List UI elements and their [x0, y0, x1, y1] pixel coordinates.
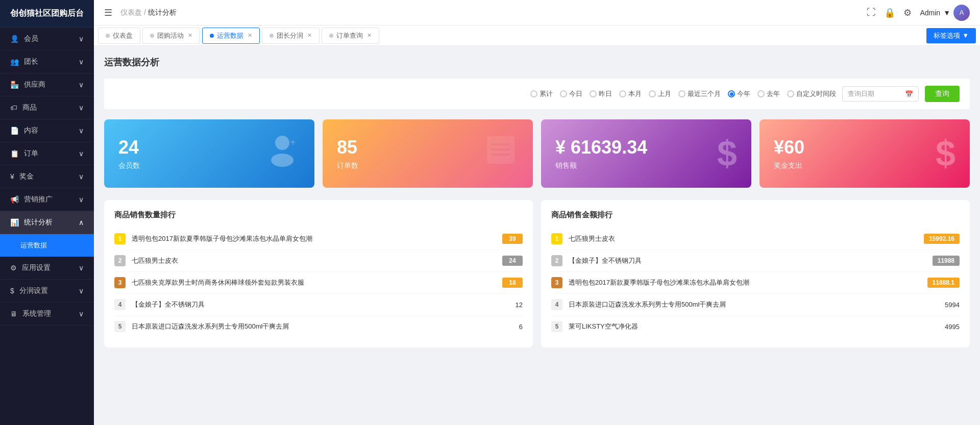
tab-dot	[106, 34, 110, 38]
tabs-bar: 仪表盘 团购活动 ✕ 运营数据 ✕ 团长分润 ✕ 订单查询 ✕ 标签选项 ▼	[94, 26, 980, 46]
rank-badge: 15992.16	[924, 234, 960, 244]
lock-icon[interactable]: 🔒	[884, 7, 895, 18]
filter-last-year[interactable]: 去年	[757, 89, 780, 98]
tab-label: 团长分润	[277, 31, 303, 40]
sidebar-item-app-settings[interactable]: ⚙ 应用设置 ∨	[0, 257, 94, 280]
close-icon[interactable]: ✕	[188, 32, 192, 39]
filter-custom[interactable]: 自定义时间段	[787, 89, 836, 98]
stat-card-left: 85 订单数	[337, 137, 358, 170]
fullscreen-icon[interactable]: ⛶	[867, 7, 876, 18]
tab-label: 运营数据	[217, 31, 243, 40]
label-select-text: 标签选项	[934, 31, 960, 40]
rank-amount-title: 商品销售金额排行	[551, 210, 960, 220]
main-area: ☰ 仪表盘 / 统计分析 ⛶ 🔒 ⚙ Admin ▼ A 仪表盘 团购活动 ✕	[94, 0, 980, 425]
tab-order-query[interactable]: 订单查询 ✕	[322, 28, 379, 44]
tab-leader-commission[interactable]: 团长分润 ✕	[262, 28, 320, 44]
sidebar-item-label: 商品	[22, 103, 37, 112]
svg-rect-6	[491, 154, 510, 156]
filter-yesterday[interactable]: 昨日	[590, 89, 612, 98]
sidebar-item-bonus[interactable]: ¥ 奖金 ∨	[0, 165, 94, 188]
sidebar-item-system[interactable]: 🖥 系统管理 ∨	[0, 303, 94, 326]
date-filter-group: 累计 今日 昨日 本月 上月	[530, 89, 836, 98]
date-input[interactable]: 查询日期 📅	[842, 86, 919, 102]
stats-icon: 📊	[10, 218, 19, 227]
sidebar-item-label: 奖金	[19, 172, 34, 181]
settings-icon[interactable]: ⚙	[903, 7, 912, 18]
tab-dot	[270, 34, 274, 38]
rank-number: 5	[114, 321, 126, 332]
tab-label: 订单查询	[336, 31, 363, 40]
sidebar-item-order[interactable]: 📋 订单 ∨	[0, 142, 94, 165]
product-icon: 🏷	[10, 104, 17, 112]
rank-number: 5	[551, 321, 562, 332]
close-icon[interactable]: ✕	[307, 32, 312, 39]
chevron-down-icon: ∨	[79, 149, 84, 158]
breadcrumb-home[interactable]: 仪表盘	[120, 8, 142, 16]
radio-label: 昨日	[599, 89, 612, 98]
chevron-down-icon: ∨	[79, 127, 84, 135]
filter-today[interactable]: 今日	[560, 89, 582, 98]
breadcrumb-current: 统计分析	[148, 8, 177, 16]
query-button[interactable]: 查询	[925, 86, 960, 102]
sidebar-item-member[interactable]: 👤 会员 ∨	[0, 28, 94, 51]
sidebar: 创创猫社区团购后台 👤 会员 ∨ 👥 团长 ∨ 🏪 供应商 ∨ 🏷 商品 ∨ 📄…	[0, 0, 94, 425]
sidebar-item-label: 系统管理	[22, 309, 51, 318]
marketing-icon: 📢	[10, 195, 19, 204]
user-menu[interactable]: Admin ▼ A	[920, 5, 970, 21]
system-icon: 🖥	[10, 310, 17, 318]
rank-number: 4	[551, 299, 562, 310]
radio-label: 上月	[658, 89, 671, 98]
page-title: 运营数据分析	[104, 56, 970, 68]
bonus-icon: ¥	[10, 172, 14, 181]
sidebar-item-marketing[interactable]: 📢 营销推广 ∨	[0, 188, 94, 211]
sidebar-item-label: 订单	[24, 149, 38, 158]
filter-last-month[interactable]: 上月	[649, 89, 671, 98]
rank-value: 4995	[945, 323, 960, 331]
radio-circle-checked	[728, 90, 735, 97]
rank-number-2: 2	[551, 255, 562, 266]
rank-badge: 24	[502, 256, 523, 266]
sidebar-item-product[interactable]: 🏷 商品 ∨	[0, 96, 94, 119]
chevron-down-icon: ∨	[79, 172, 84, 181]
sales-stat-icon: $	[717, 133, 737, 174]
filter-cumulative[interactable]: 累计	[530, 89, 553, 98]
member-stat-icon: +	[264, 132, 300, 176]
sidebar-logo: 创创猫社区团购后台	[0, 0, 94, 28]
rank-badge: 11988	[933, 256, 960, 266]
stat-number: ¥ 61639.34	[555, 137, 647, 158]
radio-circle	[787, 90, 794, 97]
tab-ops-data[interactable]: 运营数据 ✕	[202, 28, 260, 44]
group-leader-icon: 👥	[10, 58, 19, 66]
rank-number-2: 2	[114, 255, 126, 266]
menu-toggle-icon[interactable]: ☰	[104, 7, 112, 18]
rank-name: 【金娘子】全不锈钢刀具	[132, 300, 516, 309]
svg-rect-4	[491, 143, 510, 145]
rank-item: 5 莱可LIKSTY空气净化器 4995	[551, 316, 960, 337]
filter-last-3-months[interactable]: 最近三个月	[678, 89, 721, 98]
sidebar-item-commission[interactable]: $ 分润设置 ∨	[0, 280, 94, 303]
user-name: Admin	[920, 9, 940, 17]
rank-badge: 39	[502, 234, 523, 244]
sidebar-item-supplier[interactable]: 🏪 供应商 ∨	[0, 73, 94, 96]
radio-circle	[619, 90, 626, 97]
user-dropdown-icon: ▼	[943, 9, 950, 17]
sidebar-item-stats[interactable]: 📊 统计分析 ∧	[0, 211, 94, 234]
chevron-down-icon: ∨	[79, 81, 84, 89]
tab-dashboard[interactable]: 仪表盘	[98, 28, 140, 44]
svg-rect-5	[491, 148, 510, 151]
filter-this-year[interactable]: 今年	[728, 89, 750, 98]
label-select-button[interactable]: 标签选项 ▼	[926, 28, 976, 43]
chevron-down-icon: ∨	[79, 310, 84, 318]
stat-label: 奖金支出	[774, 161, 804, 170]
tab-dot	[210, 34, 214, 38]
sidebar-item-ops-data[interactable]: 运营数据	[0, 234, 94, 257]
sidebar-item-label: 内容	[24, 126, 38, 135]
close-icon[interactable]: ✕	[248, 32, 252, 39]
filter-this-month[interactable]: 本月	[619, 89, 642, 98]
sidebar-item-content[interactable]: 📄 内容 ∨	[0, 119, 94, 142]
tab-group-activity[interactable]: 团购活动 ✕	[142, 28, 200, 44]
stat-card-bonus: ¥60 奖金支出 $	[760, 119, 970, 188]
sidebar-item-group-leader[interactable]: 👥 团长 ∨	[0, 51, 94, 73]
date-placeholder: 查询日期	[848, 89, 874, 98]
close-icon[interactable]: ✕	[367, 32, 372, 39]
